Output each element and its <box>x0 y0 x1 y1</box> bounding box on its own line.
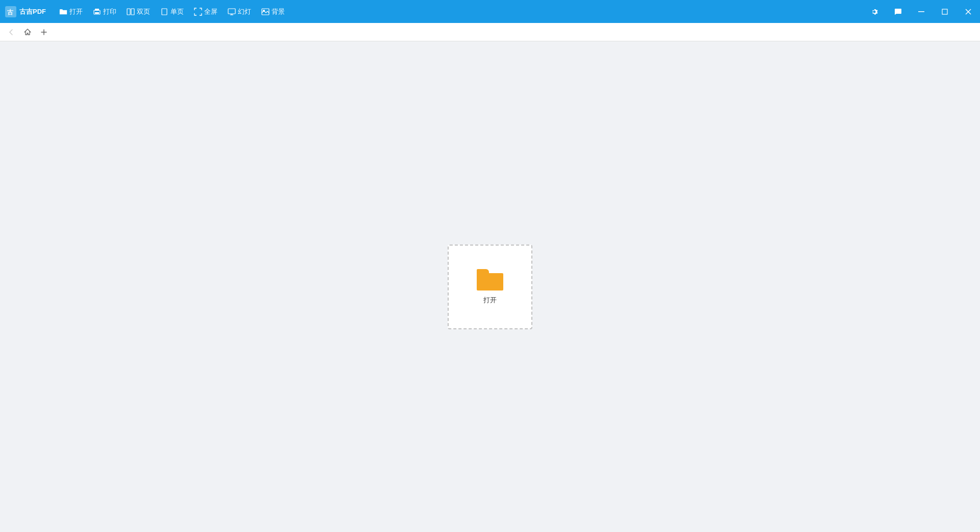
open-file-card[interactable]: 打开 <box>448 245 532 329</box>
window-controls <box>863 0 980 23</box>
toolbar-background-label: 背景 <box>272 7 285 16</box>
svg-rect-15 <box>942 9 947 14</box>
home-button[interactable] <box>20 25 35 39</box>
close-icon <box>965 9 971 15</box>
folder-open-icon <box>59 8 67 16</box>
single-page-icon <box>160 8 168 16</box>
back-button[interactable] <box>4 25 18 39</box>
folder-body <box>477 273 503 291</box>
app-logo: 古 古吉PDF <box>5 6 46 17</box>
svg-rect-6 <box>127 9 130 15</box>
background-icon <box>261 8 270 16</box>
toolbar-open-button[interactable]: 打开 <box>54 5 88 18</box>
gear-icon <box>870 8 878 16</box>
fullscreen-icon <box>194 8 202 16</box>
svg-rect-4 <box>95 9 99 11</box>
main-area: 打开 <box>0 41 980 532</box>
svg-rect-8 <box>162 9 167 15</box>
toolbar-double-page-label: 双页 <box>137 7 150 16</box>
svg-rect-7 <box>131 9 134 15</box>
minimize-icon <box>918 11 924 12</box>
svg-rect-5 <box>95 12 99 14</box>
svg-rect-2 <box>60 10 67 14</box>
settings-button[interactable] <box>863 0 886 23</box>
toolbar-print-button[interactable]: 打印 <box>88 5 121 18</box>
toolbar-single-page-label: 单页 <box>170 7 184 16</box>
app-name: 古吉PDF <box>19 7 46 16</box>
add-icon <box>40 29 47 36</box>
feedback-button[interactable] <box>886 0 910 23</box>
toolbar-double-page-button[interactable]: 双页 <box>121 5 155 18</box>
home-icon <box>24 29 31 36</box>
svg-rect-9 <box>228 9 235 14</box>
titlebar: 古 古吉PDF 打开 打印 双页 单页 <box>0 0 980 23</box>
new-tab-button[interactable] <box>37 25 51 39</box>
minimize-button[interactable] <box>910 0 933 23</box>
toolbar-print-label: 打印 <box>103 7 116 16</box>
chat-icon <box>894 8 902 16</box>
toolbar-single-page-button[interactable]: 单页 <box>155 5 189 18</box>
back-icon <box>8 29 15 36</box>
slideshow-icon <box>228 8 236 16</box>
close-button[interactable] <box>957 0 980 23</box>
svg-text:古: 古 <box>7 9 14 16</box>
maximize-icon <box>942 9 948 15</box>
navbar <box>0 23 980 41</box>
maximize-button[interactable] <box>933 0 957 23</box>
app-logo-icon: 古 <box>5 6 16 17</box>
toolbar-slideshow-button[interactable]: 幻灯 <box>223 5 256 18</box>
svg-rect-14 <box>918 11 924 12</box>
print-icon <box>93 8 101 16</box>
toolbar-open-label: 打开 <box>69 7 83 16</box>
double-page-icon <box>127 8 135 16</box>
toolbar-fullscreen-label: 全屏 <box>204 7 217 16</box>
open-card-label: 打开 <box>483 296 497 305</box>
folder-icon <box>477 269 503 291</box>
toolbar-slideshow-label: 幻灯 <box>238 7 251 16</box>
toolbar-fullscreen-button[interactable]: 全屏 <box>189 5 223 18</box>
toolbar-background-button[interactable]: 背景 <box>256 5 290 18</box>
